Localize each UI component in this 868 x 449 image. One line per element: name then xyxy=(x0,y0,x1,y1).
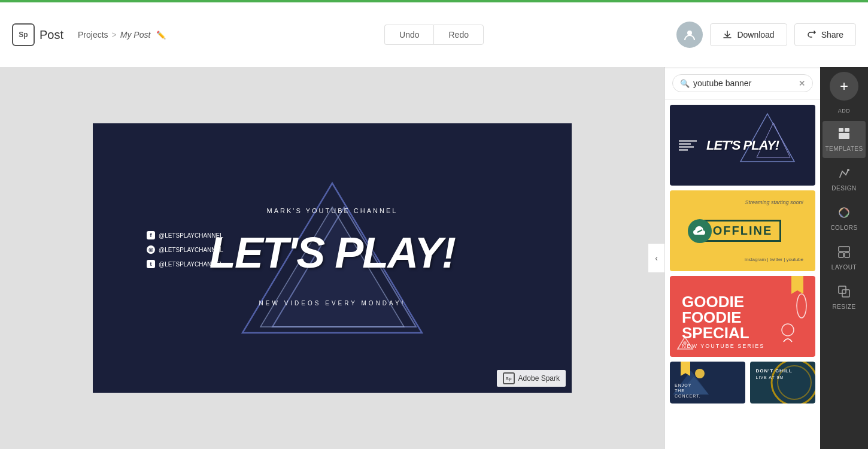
search-bar: 🔍 ✕ xyxy=(665,67,820,100)
svg-point-9 xyxy=(683,341,687,345)
t3-title-line1: GOODIE xyxy=(682,294,764,310)
collapse-panel-button[interactable]: ‹ xyxy=(648,243,664,273)
t1-lines xyxy=(679,140,697,150)
svg-point-7 xyxy=(797,294,806,318)
download-icon xyxy=(723,30,732,40)
app-name: Post xyxy=(40,28,63,42)
app-logo: Sp xyxy=(12,23,35,46)
colors-label: COLORS xyxy=(830,224,857,231)
t4a-text: ENJOYTHECONCERT. xyxy=(675,383,701,399)
instagram-icon: ◎ xyxy=(147,245,155,254)
watermark-text: Adobe Spark xyxy=(518,374,560,383)
breadcrumb-home[interactable]: Projects xyxy=(78,30,108,40)
sidebar-layout-button[interactable]: LAYOUT xyxy=(823,239,866,277)
edit-icon[interactable]: ✏️ xyxy=(156,31,166,40)
svg-rect-13 xyxy=(839,128,843,132)
svg-point-8 xyxy=(782,324,794,336)
svg-rect-20 xyxy=(845,253,849,257)
svg-point-10 xyxy=(695,369,705,378)
share-icon xyxy=(807,30,817,40)
resize-label: RESIZE xyxy=(832,304,855,310)
center-actions: Undo Redo xyxy=(384,25,484,45)
t2-social-text: instagram | twitter | youtube xyxy=(745,257,803,262)
canvas-subtitle: MARK'S YOUTUBE CHANNEL xyxy=(267,207,398,214)
avatar-button[interactable] xyxy=(676,22,703,48)
canvas-tagline: NEW VIDEOS EVERY MONDAY! xyxy=(259,300,406,307)
t2-offline-text: OFFLINE xyxy=(704,220,782,242)
template-card-4b[interactable]: DON'T CHILL LIVE AT 9M xyxy=(750,362,816,404)
template-card-2[interactable]: OFFLINE Streaming starting soon! instagr… xyxy=(670,190,815,271)
redo-button[interactable]: Redo xyxy=(434,25,484,45)
add-button[interactable]: + xyxy=(830,72,858,101)
templates-label: TEMPLATES xyxy=(825,145,863,152)
svg-point-16 xyxy=(847,169,849,171)
template-card-3[interactable]: GOODIE FOODIE SPECIAL NEW YOUTUBE SERIES xyxy=(670,276,815,357)
watermark-logo: Sp xyxy=(503,372,515,384)
main: f @LETSPLAYCHANNEL ◎ @LETSPLAYCHANNEL t … xyxy=(0,67,868,449)
breadcrumb-separator: > xyxy=(112,30,117,40)
canvas-area: f @LETSPLAYCHANNEL ◎ @LETSPLAYCHANNEL t … xyxy=(0,67,664,449)
design-icon xyxy=(837,166,851,183)
sidebar-colors-button[interactable]: COLORS xyxy=(823,200,866,237)
breadcrumb-current[interactable]: My Post xyxy=(120,30,151,40)
undo-button[interactable]: Undo xyxy=(384,25,433,45)
breadcrumb: Projects > My Post ✏️ xyxy=(78,30,166,40)
templates-icon xyxy=(837,127,851,143)
colors-icon xyxy=(837,206,851,222)
share-button[interactable]: Share xyxy=(794,23,856,46)
right-actions: Download Share xyxy=(676,22,856,48)
layout-label: LAYOUT xyxy=(831,264,857,271)
templates-grid: LET'S PLAY! OFFLINE Streaming starting s… xyxy=(665,100,820,449)
facebook-icon: f xyxy=(147,231,155,239)
svg-rect-14 xyxy=(845,128,849,132)
download-button[interactable]: Download xyxy=(710,23,787,46)
resize-icon xyxy=(837,285,851,301)
template-card-1[interactable]: LET'S PLAY! xyxy=(670,105,815,186)
svg-rect-15 xyxy=(839,133,849,139)
add-label: ADD xyxy=(838,108,851,114)
search-icon: 🔍 xyxy=(680,79,690,88)
svg-rect-19 xyxy=(839,253,843,257)
plus-icon: + xyxy=(840,78,848,95)
t4b-text: DON'T CHILL LIVE AT 9M xyxy=(756,368,793,381)
twitter-icon: t xyxy=(147,260,155,268)
layout-icon xyxy=(837,245,851,262)
design-label: DESIGN xyxy=(831,185,856,192)
search-wrapper: 🔍 ✕ xyxy=(672,74,813,92)
template-card-row: ENJOYTHECONCERT. DON'T CHILL LIVE AT 9M xyxy=(670,362,815,404)
template-card-4a[interactable]: ENJOYTHECONCERT. xyxy=(670,362,745,404)
sidebar-design-button[interactable]: DESIGN xyxy=(823,160,866,198)
t1-title: LET'S PLAY! xyxy=(706,138,779,153)
download-label: Download xyxy=(737,30,774,40)
sidebar-templates-button[interactable]: TEMPLATES xyxy=(823,121,866,158)
t3-title-line2: FOODIE xyxy=(682,310,764,325)
canvas-main-title: LET'S PLAY! xyxy=(210,228,455,277)
t3-food-icon xyxy=(675,334,696,352)
search-input[interactable] xyxy=(693,78,795,88)
svg-point-0 xyxy=(687,31,692,35)
templates-panel: 🔍 ✕ LET'S PLAY! xyxy=(664,67,820,449)
share-label: Share xyxy=(821,30,843,40)
canvas[interactable]: f @LETSPLAYCHANNEL ◎ @LETSPLAYCHANNEL t … xyxy=(93,123,572,393)
t2-cloud-icon xyxy=(688,219,712,243)
svg-rect-18 xyxy=(839,247,849,251)
right-sidebar: + ADD TEMPLATES DESIGN xyxy=(820,67,868,449)
t2-streaming-text: Streaming starting soon! xyxy=(745,199,803,205)
logo-area: Sp Post xyxy=(12,23,63,46)
search-clear-button[interactable]: ✕ xyxy=(799,79,805,88)
watermark: Sp Adobe Spark xyxy=(497,370,566,387)
sidebar-resize-button[interactable]: RESIZE xyxy=(823,279,866,316)
t3-decoration xyxy=(781,288,811,348)
topbar: Sp Post Projects > My Post ✏️ Undo Redo … xyxy=(0,0,868,67)
